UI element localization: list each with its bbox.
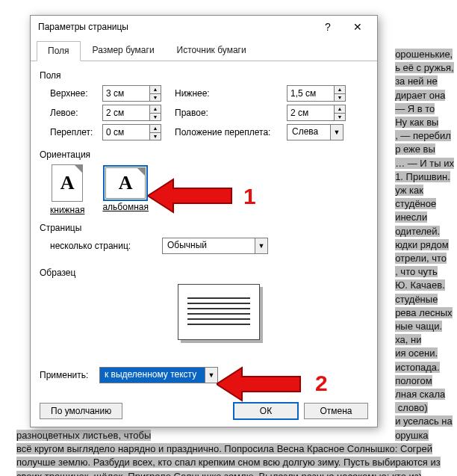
label-gutter: Переплет: <box>50 127 102 137</box>
input-left[interactable]: ▲▼ <box>102 105 161 121</box>
group-pages-title: Страницы <box>40 223 368 233</box>
select-multi-pages[interactable]: Обычный ▼ <box>162 238 268 254</box>
group-preview-title: Образец <box>40 268 368 278</box>
annotation-number-1: 1 <box>243 184 256 209</box>
input-top-field[interactable] <box>103 86 149 101</box>
select-gutter-pos[interactable]: Слева ▼ <box>287 124 343 140</box>
group-margins-title: Поля <box>40 70 368 81</box>
orientation-landscape[interactable]: A альбомная <box>102 164 149 215</box>
close-button[interactable]: ✕ <box>343 16 373 37</box>
page-preview <box>178 284 260 340</box>
dialog-title: Параметры страницы <box>38 22 313 32</box>
spin-up-icon[interactable]: ▲ <box>335 105 345 114</box>
tab-strip: Поля Размер бумаги Источник бумаги <box>31 38 377 61</box>
input-right[interactable]: ▲▼ <box>287 105 346 121</box>
label-right: Правое: <box>175 108 287 118</box>
label-bottom: Нижнее: <box>175 88 287 99</box>
orientation-portrait-label: книжная <box>50 205 84 215</box>
group-orientation-title: Ориентация <box>40 149 368 160</box>
page-setup-dialog: Параметры страницы ? ✕ Поля Размер бумаг… <box>30 15 378 427</box>
spin-down-icon[interactable]: ▼ <box>150 133 161 140</box>
label-top: Верхнее: <box>50 88 102 99</box>
input-bottom[interactable]: ▲▼ <box>287 85 346 102</box>
select-apply-to[interactable]: к выделенному тексту ▼ <box>99 367 218 383</box>
input-left-field[interactable] <box>103 105 149 120</box>
spin-down-icon[interactable]: ▼ <box>150 94 161 102</box>
label-multi-pages: несколько страниц: <box>50 241 162 251</box>
chevron-down-icon[interactable]: ▼ <box>255 238 267 253</box>
tab-paper-source[interactable]: Источник бумаги <box>167 41 257 61</box>
help-button[interactable]: ? <box>313 16 343 37</box>
orientation-portrait[interactable]: A книжная <box>50 164 84 215</box>
ok-button[interactable]: ОК <box>234 403 298 419</box>
spin-up-icon[interactable]: ▲ <box>150 86 161 94</box>
label-gutter-pos: Положение переплета: <box>175 127 287 137</box>
input-bottom-field[interactable] <box>287 86 334 101</box>
chevron-down-icon[interactable]: ▼ <box>205 368 217 383</box>
input-right-field[interactable] <box>287 105 334 120</box>
tab-paper-size[interactable]: Размер бумаги <box>82 41 165 61</box>
spin-up-icon[interactable]: ▲ <box>150 105 161 114</box>
spin-down-icon[interactable]: ▼ <box>335 114 345 121</box>
cancel-button[interactable]: Отмена <box>304 403 368 419</box>
spin-up-icon[interactable]: ▲ <box>335 86 345 94</box>
spin-down-icon[interactable]: ▼ <box>335 94 345 102</box>
input-gutter-field[interactable] <box>103 125 149 140</box>
input-top[interactable]: ▲▼ <box>102 85 161 102</box>
spin-up-icon[interactable]: ▲ <box>150 125 161 133</box>
annotation-number-2: 2 <box>315 371 328 396</box>
input-gutter[interactable]: ▲▼ <box>102 124 161 140</box>
spin-down-icon[interactable]: ▼ <box>150 114 161 121</box>
set-default-button[interactable]: По умолчанию <box>40 403 122 419</box>
select-multi-pages-value: Обычный <box>163 238 220 252</box>
select-apply-to-value: к выделенному тексту <box>100 368 205 383</box>
label-apply: Применить: <box>40 370 99 380</box>
select-gutter-pos-value: Слева <box>287 125 332 138</box>
chevron-down-icon[interactable]: ▼ <box>330 125 343 140</box>
titlebar: Параметры страницы ? ✕ <box>31 16 377 38</box>
tab-margins[interactable]: Поля <box>37 41 81 61</box>
orientation-landscape-label: альбомная <box>102 202 149 212</box>
label-left: Левое: <box>50 108 102 118</box>
